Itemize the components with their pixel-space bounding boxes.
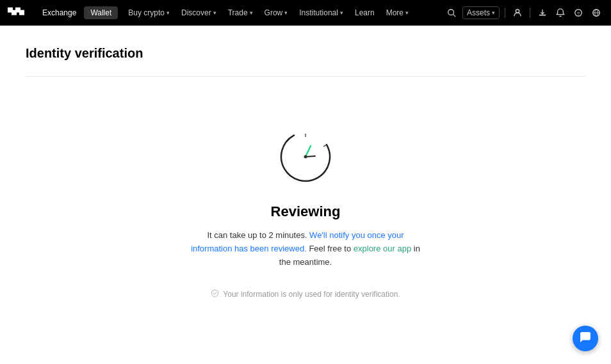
page-divider	[26, 76, 585, 77]
chevron-down-icon: ▾	[250, 10, 253, 16]
nav-buy-crypto[interactable]: Buy crypto ▾	[123, 6, 175, 19]
navbar: Exchange Wallet Buy crypto ▾ Discover ▾ …	[0, 0, 611, 26]
svg-line-15	[323, 145, 326, 146]
bell-icon[interactable]	[553, 7, 567, 19]
clock-animation	[277, 128, 334, 186]
privacy-note: Your information is only used for identi…	[211, 289, 400, 299]
globe-icon[interactable]	[589, 7, 603, 19]
tab-exchange[interactable]: Exchange	[36, 6, 83, 19]
nav-learn[interactable]: Learn	[350, 6, 380, 19]
svg-line-5	[453, 15, 456, 17]
reviewing-description: It can take up to 2 minutes. We'll notif…	[190, 229, 421, 269]
svg-rect-7	[539, 15, 546, 16]
nav-divider	[530, 8, 530, 18]
chevron-down-icon: ▾	[340, 10, 343, 16]
nav-divider	[505, 8, 505, 18]
okx-logo[interactable]	[8, 5, 33, 20]
svg-text:?: ?	[577, 11, 580, 17]
download-icon[interactable]	[535, 7, 550, 19]
svg-point-18	[304, 155, 307, 159]
nav-more[interactable]: More ▾	[381, 6, 414, 19]
nav-right: Assets ▾ ?	[444, 6, 603, 19]
svg-rect-2	[12, 10, 17, 15]
svg-line-16	[306, 146, 311, 157]
search-icon[interactable]	[444, 7, 459, 19]
nav-institutional[interactable]: Institutional ▾	[294, 6, 348, 19]
chat-button[interactable]	[573, 326, 598, 351]
chevron-down-icon: ▾	[167, 10, 170, 16]
nav-grow[interactable]: Grow ▾	[259, 6, 293, 19]
chevron-down-icon: ▾	[284, 10, 288, 16]
svg-point-6	[516, 10, 519, 13]
chevron-down-icon: ▾	[213, 10, 216, 16]
center-section: Reviewing It can take up to 2 minutes. W…	[26, 102, 585, 299]
assets-button[interactable]: Assets ▾	[462, 6, 500, 19]
help-icon[interactable]: ?	[571, 7, 585, 19]
svg-point-4	[448, 10, 454, 15]
nav-tabs: Exchange Wallet	[36, 6, 118, 19]
main-content: Identity verification Reviewing It can	[0, 26, 611, 320]
shield-icon	[211, 289, 219, 299]
privacy-text: Your information is only used for identi…	[223, 290, 400, 299]
chat-icon	[579, 331, 592, 347]
tab-wallet[interactable]: Wallet	[84, 6, 118, 19]
reviewing-title: Reviewing	[271, 203, 341, 220]
svg-rect-3	[19, 10, 24, 15]
nav-discover[interactable]: Discover ▾	[176, 6, 222, 19]
chevron-down-icon: ▾	[405, 10, 409, 16]
chevron-down-icon: ▾	[492, 10, 495, 16]
nav-links: Buy crypto ▾ Discover ▾ Trade ▾ Grow ▾ I…	[123, 6, 414, 19]
page-title: Identity verification	[26, 46, 585, 61]
nav-trade[interactable]: Trade ▾	[223, 6, 258, 19]
user-icon[interactable]	[510, 7, 525, 19]
